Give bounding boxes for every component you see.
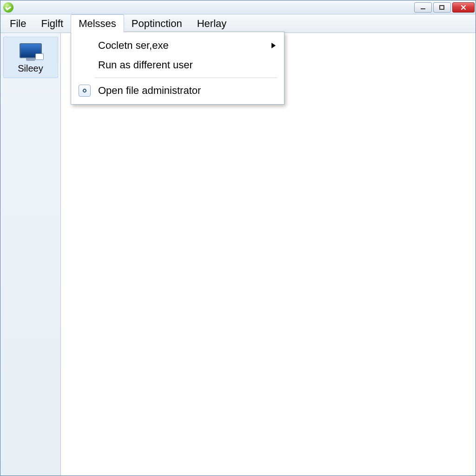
sidebar-item-label: Sileey bbox=[6, 63, 56, 74]
monitor-icon bbox=[17, 40, 45, 61]
menu-label: Herlay bbox=[197, 18, 227, 30]
app-window: File Figlft Melsses Poptinction Herlay S… bbox=[0, 0, 476, 476]
menu-label: Poptinction bbox=[132, 18, 182, 30]
maximize-icon bbox=[439, 4, 445, 11]
submenu-arrow-icon bbox=[271, 43, 276, 48]
menu-item-label: Cocletn ser,exe bbox=[98, 40, 266, 52]
menu-separator bbox=[94, 78, 278, 78]
menubar: File Figlft Melsses Poptinction Herlay bbox=[0, 14, 476, 33]
window-controls bbox=[414, 2, 476, 13]
dropdown-menu: Cocletn ser,exe Run as different user Op… bbox=[71, 32, 284, 105]
menu-poptinction[interactable]: Poptinction bbox=[124, 14, 190, 33]
svg-rect-0 bbox=[421, 8, 425, 9]
minimize-button[interactable] bbox=[414, 2, 432, 13]
blank-icon bbox=[77, 39, 93, 53]
titlebar bbox=[0, 0, 476, 14]
menu-herlay[interactable]: Herlay bbox=[190, 14, 234, 33]
blank-icon bbox=[77, 58, 93, 72]
titlebar-left bbox=[0, 2, 13, 13]
menu-item-cocletn[interactable]: Cocletn ser,exe bbox=[71, 36, 284, 55]
menu-melsses[interactable]: Melsses bbox=[71, 14, 124, 33]
link-icon bbox=[77, 84, 93, 98]
menu-item-label: Open file administrator bbox=[98, 85, 276, 97]
svg-rect-1 bbox=[440, 6, 444, 9]
sidebar: Sileey bbox=[0, 33, 61, 476]
menu-file[interactable]: File bbox=[2, 14, 33, 33]
minimize-icon bbox=[420, 4, 426, 11]
sidebar-item-sileey[interactable]: Sileey bbox=[3, 37, 58, 78]
menu-item-run-as-different-user[interactable]: Run as different user bbox=[71, 55, 284, 75]
close-button[interactable] bbox=[452, 2, 475, 13]
close-icon bbox=[460, 4, 467, 11]
menu-label: Melsses bbox=[79, 18, 116, 30]
maximize-button[interactable] bbox=[433, 2, 451, 13]
menu-item-open-file-administrator[interactable]: Open file administrator bbox=[71, 81, 284, 100]
menu-label: Figlft bbox=[41, 18, 63, 30]
app-icon bbox=[3, 2, 13, 13]
menu-item-label: Run as different user bbox=[98, 59, 276, 71]
menu-figlft[interactable]: Figlft bbox=[33, 14, 71, 33]
menu-label: File bbox=[10, 18, 26, 30]
